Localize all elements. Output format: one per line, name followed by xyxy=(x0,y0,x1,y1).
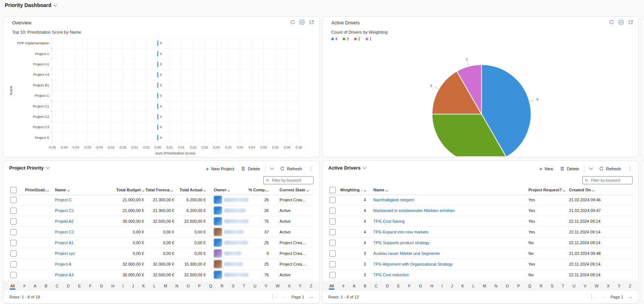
table-row[interactable]: Project A32.000,00 €32.000,00 €15.300,00… xyxy=(9,259,314,270)
bar-zero-tick[interactable] xyxy=(157,62,158,67)
column-header-prioritizati-[interactable]: Prioritizati...↓ xyxy=(19,188,49,192)
alphabet-letter-z[interactable]: Z xyxy=(309,282,313,290)
row-checkbox[interactable] xyxy=(329,250,336,257)
table-row[interactable]: 4Marktanteil in existierenden Märkten er… xyxy=(328,205,633,216)
alphabet-letter-n[interactable]: N xyxy=(175,282,179,290)
bar-zero-tick[interactable] xyxy=(157,124,158,130)
alphabet-letter-q[interactable]: Q xyxy=(208,282,213,290)
alphabet-letter-g[interactable]: G xyxy=(99,282,104,290)
column-header-owner[interactable]: Owner xyxy=(207,188,249,192)
table-row[interactable]: Project A10,00 €0,00 €0,00 €25Project Cr… xyxy=(9,238,314,248)
alphabet-letter-c[interactable]: C xyxy=(374,282,378,290)
alphabet-letter-t[interactable]: T xyxy=(242,282,246,290)
alphabet-letter-x[interactable]: X xyxy=(606,282,610,290)
alphabet-letter-all[interactable]: All xyxy=(10,282,16,290)
table-row[interactable]: Project A330.000,00 €32.500,00 €22.500,0… xyxy=(9,270,314,280)
row-checkbox[interactable] xyxy=(10,197,17,203)
row-checkbox[interactable] xyxy=(329,218,336,225)
project-link[interactable]: Projekt A2 xyxy=(55,219,73,223)
more-button[interactable]: ⋮ xyxy=(625,164,635,173)
view-selector[interactable]: Project Priority xyxy=(9,165,49,171)
alphabet-letter-m[interactable]: M xyxy=(163,282,168,290)
row-checkbox[interactable] xyxy=(329,240,336,246)
row-checkbox[interactable] xyxy=(329,208,336,214)
view-report-icon[interactable] xyxy=(619,20,624,25)
filter-input[interactable] xyxy=(590,178,630,183)
alphabet-letter-h[interactable]: H xyxy=(110,282,115,290)
alphabet-letter-e[interactable]: E xyxy=(77,282,81,290)
alphabet-letter-v[interactable]: V xyxy=(264,282,268,290)
alphabet-letter-d[interactable]: D xyxy=(66,282,71,290)
column-header-total-forecast[interactable]: Total Forecast xyxy=(145,188,176,192)
alphabet-letter-f[interactable]: F xyxy=(88,282,92,290)
alphabet-letter-k[interactable]: K xyxy=(460,282,465,290)
bar-zero-tick[interactable] xyxy=(157,93,158,98)
project-link[interactable]: Project A xyxy=(55,262,71,266)
alphabet-letter-e[interactable]: E xyxy=(396,282,400,290)
alphabet-letter-t[interactable]: T xyxy=(561,282,565,290)
bar-zero-tick[interactable] xyxy=(157,41,158,46)
column-header-name[interactable]: Name xyxy=(49,188,107,192)
column-header-total-budget[interactable]: Total Budget xyxy=(107,188,145,192)
column-header-current-state[interactable]: Current State xyxy=(270,188,314,192)
table-row[interactable]: 4TPG Supports product strategyNo22.11.20… xyxy=(328,238,633,248)
alphabet-letter-c[interactable]: C xyxy=(55,282,59,290)
project-link[interactable]: Project xyz xyxy=(55,251,75,256)
table-row[interactable]: Project C21.000,00 €21.300,00 €6.200,00 … xyxy=(9,195,314,205)
alphabet-letter-x[interactable]: X xyxy=(287,282,291,290)
open-in-new-window-icon[interactable] xyxy=(309,20,314,25)
alphabet-letter-f[interactable]: F xyxy=(407,282,411,290)
driver-link[interactable]: TPG Cost Saving xyxy=(373,219,405,223)
alphabet-letter-a[interactable]: A xyxy=(352,282,356,290)
alphabet-letter-#[interactable]: # xyxy=(342,282,345,290)
row-checkbox[interactable] xyxy=(10,272,17,278)
alphabet-letter-b[interactable]: B xyxy=(363,282,367,290)
refresh-button[interactable]: Refresh xyxy=(277,164,305,173)
project-link[interactable]: Project C2 xyxy=(55,230,74,234)
alphabet-letter-a[interactable]: A xyxy=(33,282,37,290)
table-row[interactable]: Project C20,00 €0,00 €0,00 €37Active xyxy=(9,227,314,238)
table-row[interactable]: 3TPG Alignment with Organizational Strat… xyxy=(328,259,633,270)
alphabet-letter-k[interactable]: K xyxy=(141,282,145,290)
bar-zero-tick[interactable] xyxy=(157,104,158,109)
select-all-checkbox[interactable] xyxy=(10,187,17,193)
project-link[interactable]: Project A3 xyxy=(55,273,73,277)
table-row[interactable]: Project xyz0,00 €0,00 €0,00 €0Project Cr… xyxy=(9,248,314,259)
column-header--complete[interactable]: % Complete xyxy=(249,188,270,192)
table-row[interactable]: 3Ausbau neuer Märkte und SegmenteNo21.02… xyxy=(328,248,633,259)
view-selector[interactable]: Active Drivers xyxy=(328,165,366,171)
commands-chevron-button[interactable] xyxy=(587,166,595,171)
row-checkbox[interactable] xyxy=(329,261,336,267)
table-row[interactable]: 4TPG Expand into new marketsYes22.11.202… xyxy=(328,227,633,238)
alphabet-letter-l[interactable]: L xyxy=(472,282,475,290)
row-checkbox[interactable] xyxy=(329,229,336,235)
alphabet-letter-w[interactable]: W xyxy=(275,282,280,290)
new-button[interactable]: +New xyxy=(536,164,556,174)
alphabet-letter-m[interactable]: M xyxy=(482,282,487,290)
select-all-checkbox[interactable] xyxy=(329,187,336,193)
alphabet-letter-all[interactable]: All xyxy=(329,282,335,290)
alphabet-letter-r[interactable]: R xyxy=(539,282,543,290)
alphabet-letter-u[interactable]: U xyxy=(253,282,257,290)
previous-page-icon[interactable]: ← xyxy=(282,294,287,300)
column-header-name[interactable]: Name xyxy=(373,188,528,192)
alphabet-letter-n[interactable]: N xyxy=(494,282,498,290)
column-header-project-request-[interactable]: Project Request? xyxy=(528,188,569,192)
alphabet-letter-i[interactable]: I xyxy=(441,282,443,290)
driver-link[interactable]: Ausbau neuer Märkte und Segmente xyxy=(373,251,440,256)
filter-input[interactable] xyxy=(271,178,311,183)
previous-page-icon[interactable]: ← xyxy=(601,294,606,300)
column-header-created-on[interactable]: Created On xyxy=(569,188,633,192)
first-page-icon[interactable]: ← xyxy=(272,294,278,300)
alphabet-letter-p[interactable]: P xyxy=(516,282,520,290)
table-row[interactable]: 3TPG Cost reductionNo22.11.2024 09:14 xyxy=(328,270,633,280)
column-header-total-actual[interactable]: Total Actual xyxy=(176,188,207,192)
alphabet-letter-g[interactable]: G xyxy=(418,282,423,290)
project-link[interactable]: Project C1 xyxy=(55,208,74,213)
row-checkbox[interactable] xyxy=(10,218,17,225)
row-checkbox[interactable] xyxy=(329,197,336,203)
table-row[interactable]: 4TPG Cost SavingYes22.11.2024 09:14 xyxy=(328,216,633,227)
driver-link[interactable]: TPG Expand into new markets xyxy=(373,230,428,234)
table-row[interactable]: Projekt A230.000,00 €32.500,00 €22.500,0… xyxy=(9,216,314,227)
first-page-icon[interactable]: ← xyxy=(591,294,597,300)
